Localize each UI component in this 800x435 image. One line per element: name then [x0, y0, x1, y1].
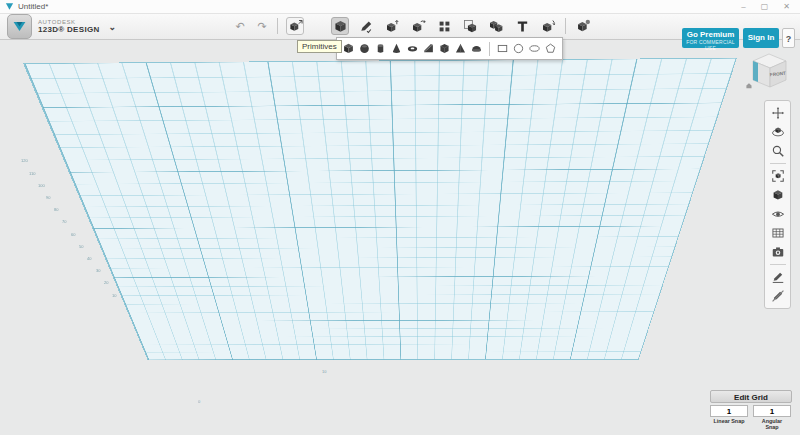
grid-edge-label: 90 [46, 195, 50, 200]
zoom-control[interactable] [769, 143, 787, 159]
wedge-primitive-icon [422, 42, 435, 55]
brand-logo-icon [7, 14, 32, 39]
minimize-button[interactable]: – [741, 0, 745, 13]
rectangle-sketch[interactable] [495, 40, 510, 57]
text-tool[interactable] [513, 17, 531, 35]
combine-tool-icon [489, 19, 504, 34]
home-icon[interactable] [746, 83, 751, 88]
snapshot-control[interactable] [769, 244, 787, 260]
close-button[interactable]: ✕ [783, 0, 790, 13]
visibility-control[interactable] [769, 206, 787, 222]
separator [770, 163, 786, 164]
grouping-tool[interactable] [461, 17, 479, 35]
modify-tool[interactable] [409, 17, 427, 35]
chevron-down-icon[interactable]: ⌄ [109, 24, 117, 30]
grid-edge-label: 30 [96, 268, 100, 273]
pyramid-primitive-icon [454, 42, 467, 55]
sketch-tool[interactable] [357, 17, 375, 35]
primitives-tooltip: Primitives [297, 40, 342, 53]
view-cube[interactable]: FRONT [745, 46, 795, 94]
go-premium-sublabel: FOR COMMERCIAL USE [682, 39, 739, 51]
sketch-tool-icon [359, 19, 374, 34]
construct-tool[interactable] [383, 17, 401, 35]
app-window: Untitled* – ▢ ✕ AUTODESK 123D® DESIGN ⌄ … [0, 0, 800, 435]
material-tool[interactable] [574, 17, 592, 35]
orbit-control[interactable] [769, 124, 787, 140]
construct-tool-icon [385, 19, 400, 34]
snap-tool[interactable] [539, 17, 557, 35]
linear-snap-input[interactable] [710, 405, 748, 417]
tools-row [286, 17, 592, 35]
hide-sketches-control[interactable] [769, 288, 787, 304]
shading-control[interactable] [769, 187, 787, 203]
transform-tool-icon [288, 19, 303, 34]
cylinder-primitive[interactable] [373, 40, 388, 57]
grid-display-control-icon [771, 226, 785, 240]
fit-control-icon [771, 169, 785, 183]
grouping-tool-icon [463, 19, 478, 34]
zoom-control-icon [771, 144, 785, 158]
wedge-primitive[interactable] [421, 40, 436, 57]
circle-sketch-icon [512, 42, 525, 55]
redo-button[interactable]: ↷ [255, 18, 269, 34]
pattern-tool-icon [437, 19, 452, 34]
grid-edge-label: 40 [87, 256, 91, 261]
sign-in-button[interactable]: Sign In [743, 28, 779, 48]
grid-edge-label: 110 [29, 171, 35, 176]
polygon-sketch[interactable] [543, 40, 558, 57]
separator [770, 264, 786, 265]
toolbar-icons: ↶ ↷ [233, 16, 592, 36]
edit-grid-button[interactable]: Edit Grid [710, 390, 792, 403]
torus-primitive[interactable] [405, 40, 420, 57]
window-controls: – ▢ ✕ [741, 0, 790, 13]
viewcube-left-accent [753, 61, 758, 82]
app-menu[interactable]: AUTODESK 123D® DESIGN ⌄ [7, 14, 116, 39]
workplane-grid [23, 58, 737, 360]
brand-product: 123D® DESIGN [38, 26, 100, 34]
grid-edge-label: 10 [322, 369, 326, 374]
ellipse-sketch[interactable] [527, 40, 542, 57]
primitives-tool[interactable] [331, 17, 349, 35]
box-primitive-icon [342, 42, 355, 55]
go-premium-label: Go Premium [682, 31, 739, 39]
separator [277, 18, 278, 34]
cylinder-primitive-icon [374, 42, 387, 55]
rectangle-sketch-icon [496, 42, 509, 55]
transform-tool[interactable] [286, 17, 304, 35]
main-toolbar: AUTODESK 123D® DESIGN ⌄ ↶ ↷ Go Premium F… [0, 13, 800, 40]
title-bar: Untitled* – ▢ ✕ [0, 0, 800, 14]
separator [489, 42, 490, 56]
primitives-flyout-items [341, 40, 558, 57]
show-sketches-control[interactable] [769, 269, 787, 285]
sphere-primitive[interactable] [357, 40, 372, 57]
grid-edge-label: 10 [112, 293, 116, 298]
pan-control[interactable] [769, 105, 787, 121]
hide-sketches-control-icon [771, 289, 785, 303]
help-button[interactable]: ? [782, 28, 795, 48]
viewport-canvas[interactable]: 120110100908070605040302010010 [0, 39, 800, 435]
circle-sketch[interactable] [511, 40, 526, 57]
separator [565, 18, 566, 34]
linear-snap-label: Linear Snap [712, 419, 746, 430]
cone-primitive[interactable] [389, 40, 404, 57]
fit-control[interactable] [769, 168, 787, 184]
hemisphere-primitive-icon [470, 42, 483, 55]
angular-snap-input[interactable] [753, 405, 791, 417]
grid-display-control[interactable] [769, 225, 787, 241]
box-primitive[interactable] [341, 40, 356, 57]
grid-edge-label: 100 [38, 183, 45, 188]
document-title: Untitled* [18, 2, 48, 11]
snap-tool-icon [541, 19, 556, 34]
pyramid-primitive[interactable] [453, 40, 468, 57]
prism-primitive-icon [438, 42, 451, 55]
pattern-tool[interactable] [435, 17, 453, 35]
undo-button[interactable]: ↶ [233, 18, 247, 34]
grid-edge-label: 120 [21, 158, 28, 163]
hemisphere-primitive[interactable] [469, 40, 484, 57]
go-premium-button[interactable]: Go Premium FOR COMMERCIAL USE [682, 28, 739, 48]
combine-tool[interactable] [487, 17, 505, 35]
prism-primitive[interactable] [437, 40, 452, 57]
grid-edge-label: 50 [79, 244, 83, 249]
restore-button[interactable]: ▢ [761, 0, 769, 13]
material-tool-icon [576, 19, 591, 34]
